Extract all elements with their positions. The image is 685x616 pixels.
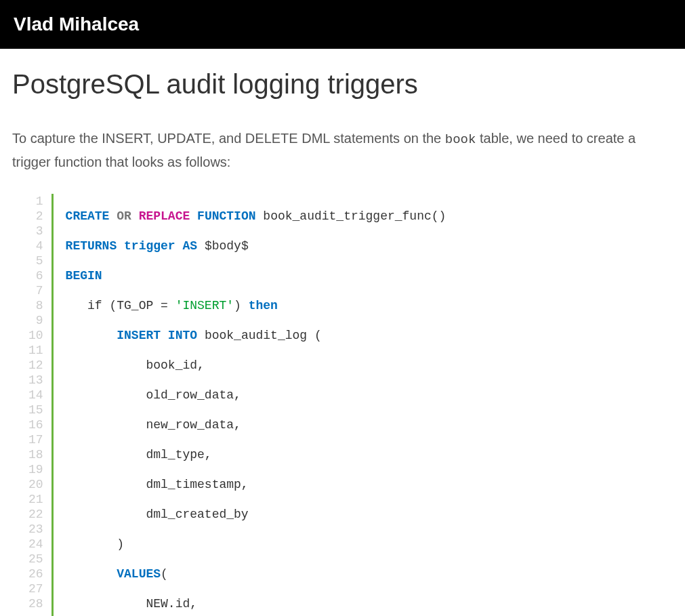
code-line: dml_timestamp, — [66, 477, 447, 492]
line-number: 24 — [26, 537, 46, 552]
code-line: BEGIN — [66, 268, 447, 283]
line-number-gutter: 1234567891011121314151617181920212223242… — [26, 194, 54, 616]
line-number: 11 — [26, 343, 46, 358]
line-number: 26 — [26, 567, 46, 581]
intro-code-book: book — [445, 132, 476, 147]
code-line: CREATE OR REPLACE FUNCTION book_audit_tr… — [66, 209, 447, 224]
code-block: 1234567891011121314151617181920212223242… — [26, 194, 673, 616]
code-line: new_row_data, — [66, 417, 447, 432]
code-line: dml_type, — [66, 447, 447, 462]
line-number: 17 — [26, 432, 46, 447]
line-number: 28 — [26, 596, 46, 611]
line-number: 10 — [26, 328, 46, 343]
line-number: 20 — [26, 477, 46, 492]
article-content: PostgreSQL audit logging triggers To cap… — [0, 49, 685, 616]
code-line: INSERT INTO book_audit_log ( — [66, 328, 447, 343]
code-line: ) — [66, 537, 447, 552]
line-number: 1 — [26, 194, 46, 209]
intro-text-pre: To capture the INSERT, UPDATE, and DELET… — [12, 131, 445, 146]
page-title: PostgreSQL audit logging triggers — [12, 69, 673, 100]
site-title: Vlad Mihalcea — [14, 14, 139, 35]
line-number: 4 — [26, 239, 46, 253]
line-number: 14 — [26, 388, 46, 403]
code-line: if (TG_OP = 'INSERT') then — [66, 298, 447, 313]
line-number: 3 — [26, 224, 46, 239]
line-number: 2 — [26, 209, 46, 224]
line-number: 18 — [26, 447, 46, 462]
code-line: old_row_data, — [66, 388, 447, 403]
intro-paragraph: To capture the INSERT, UPDATE, and DELET… — [12, 127, 673, 173]
line-number: 22 — [26, 507, 46, 522]
line-number: 6 — [26, 268, 46, 283]
line-number: 9 — [26, 313, 46, 328]
site-header: Vlad Mihalcea — [0, 0, 685, 49]
line-number: 23 — [26, 522, 46, 537]
line-number: 13 — [26, 373, 46, 388]
line-number: 16 — [26, 417, 46, 432]
code-line: NEW.id, — [66, 596, 447, 611]
line-number: 7 — [26, 283, 46, 298]
code-line: RETURNS trigger AS $body$ — [66, 239, 447, 253]
code-lines: CREATE OR REPLACE FUNCTION book_audit_tr… — [54, 194, 447, 616]
code-line: VALUES( — [66, 567, 447, 581]
line-number: 25 — [26, 552, 46, 567]
line-number: 21 — [26, 492, 46, 507]
line-number: 8 — [26, 298, 46, 313]
line-number: 12 — [26, 358, 46, 373]
line-number: 27 — [26, 581, 46, 596]
code-line: book_id, — [66, 358, 447, 373]
line-number: 19 — [26, 462, 46, 477]
line-number: 5 — [26, 253, 46, 268]
line-number: 15 — [26, 403, 46, 417]
code-line: dml_created_by — [66, 507, 447, 522]
